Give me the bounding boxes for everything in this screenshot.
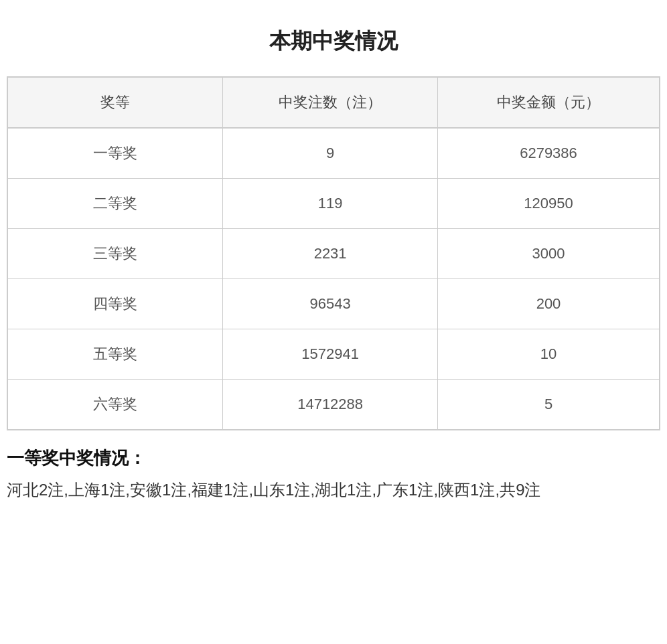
cell-prize-level: 三等奖 xyxy=(8,229,223,279)
table-header-row: 奖等 中奖注数（注） 中奖金额（元） xyxy=(8,78,659,128)
first-prize-section-content: 河北2注,上海1注,安徽1注,福建1注,山东1注,湖北1注,广东1注,陕西1注,… xyxy=(7,477,660,504)
prize-table-wrapper: 奖等 中奖注数（注） 中奖金额（元） 一等奖96279386二等奖1191209… xyxy=(7,76,660,430)
cell-amount: 3000 xyxy=(438,229,660,279)
table-row: 四等奖96543200 xyxy=(8,279,659,329)
cell-count: 2231 xyxy=(223,229,438,279)
table-row: 六等奖147122885 xyxy=(8,380,659,430)
cell-count: 14712288 xyxy=(223,380,438,430)
cell-prize-level: 六等奖 xyxy=(8,380,223,430)
page-title: 本期中奖情况 xyxy=(7,13,660,76)
table-row: 一等奖96279386 xyxy=(8,128,659,179)
cell-amount: 120950 xyxy=(438,179,660,229)
table-row: 三等奖22313000 xyxy=(8,229,659,279)
prize-table: 奖等 中奖注数（注） 中奖金额（元） 一等奖96279386二等奖1191209… xyxy=(8,78,659,430)
cell-amount: 5 xyxy=(438,380,660,430)
cell-count: 1572941 xyxy=(223,329,438,380)
cell-count: 9 xyxy=(223,128,438,179)
cell-amount: 6279386 xyxy=(438,128,660,179)
cell-count: 96543 xyxy=(223,279,438,329)
cell-amount: 200 xyxy=(438,279,660,329)
cell-count: 119 xyxy=(223,179,438,229)
cell-prize-level: 四等奖 xyxy=(8,279,223,329)
cell-prize-level: 一等奖 xyxy=(8,128,223,179)
cell-prize-level: 五等奖 xyxy=(8,329,223,380)
table-row: 五等奖157294110 xyxy=(8,329,659,380)
first-prize-section-title: 一等奖中奖情况： xyxy=(7,430,660,477)
col-header-amount: 中奖金额（元） xyxy=(438,78,660,128)
col-header-prize-level: 奖等 xyxy=(8,78,223,128)
page-container: 本期中奖情况 奖等 中奖注数（注） 中奖金额（元） 一等奖96279386二等奖… xyxy=(0,0,667,517)
table-row: 二等奖119120950 xyxy=(8,179,659,229)
cell-amount: 10 xyxy=(438,329,660,380)
col-header-count: 中奖注数（注） xyxy=(223,78,438,128)
cell-prize-level: 二等奖 xyxy=(8,179,223,229)
